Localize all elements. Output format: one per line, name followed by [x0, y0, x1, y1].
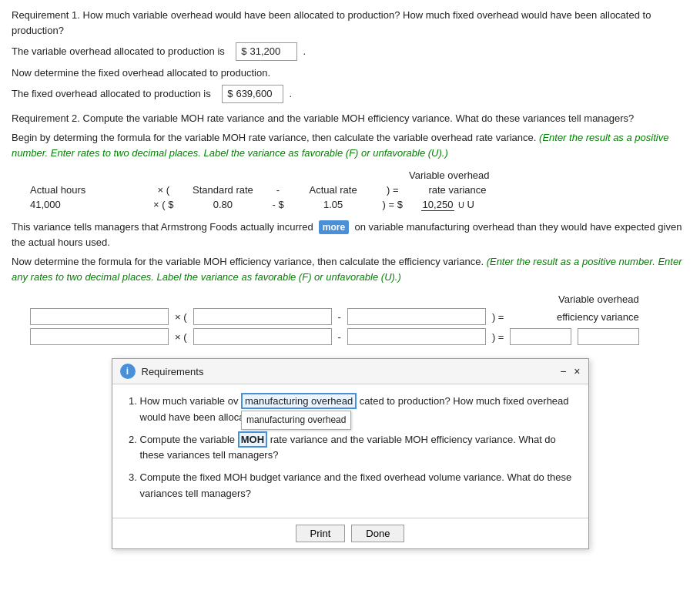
more-badge: more	[319, 220, 349, 234]
rate-variance-header: Variable overhead	[406, 168, 490, 183]
modal-controls[interactable]: − ×	[560, 365, 580, 377]
minimize-button[interactable]: −	[560, 365, 566, 377]
actual-rate-value: 1.05	[287, 197, 380, 212]
moh-highlight: MOH	[238, 431, 267, 448]
close-button[interactable]: ×	[574, 365, 580, 377]
close-eq1: ) =	[380, 183, 406, 197]
fixed-value-box: $ 639,600	[222, 85, 283, 103]
modal-header-left: i Requirements	[120, 364, 204, 379]
standard-rate-value: 0.80	[176, 197, 269, 212]
eff-input-4[interactable]	[30, 328, 169, 345]
modal-title: Requirements	[142, 366, 204, 377]
variance-tell-managers: This variance tells managers that Armstr…	[12, 220, 688, 250]
manufacturing-overhead-highlight: manufacturing overhead	[241, 393, 357, 409]
fixed-overhead-line2: The fixed overhead allocated to producti…	[12, 85, 688, 103]
efficiency-text: Now determine the formula for the variab…	[12, 254, 688, 284]
standard-rate-label: Standard rate	[176, 183, 269, 197]
req-item-1: How much variable ov manufacturing overh…	[140, 394, 576, 426]
modal-footer: Print Done	[112, 518, 588, 548]
requirements-modal: i Requirements − × How much variable ov …	[112, 358, 589, 549]
variable-value-box: $ 31,200	[236, 42, 297, 61]
efficiency-label: efficiency variance	[507, 307, 641, 327]
efficiency-header: Variable overhead	[507, 292, 641, 307]
req2-title: Requirement 2. Compute the variable MOH …	[12, 111, 688, 126]
req1-title: Requirement 1. How much variable overhea…	[12, 8, 688, 38]
modal-overlay: i Requirements − × How much variable ov …	[12, 358, 688, 549]
eff-input-5[interactable]	[193, 328, 332, 345]
eff-input-1[interactable]	[30, 308, 169, 325]
fixed-overhead-line1: Now determine the fixed overhead allocat…	[12, 65, 688, 81]
minus1: -	[269, 183, 286, 197]
rate-variance-result: 10,250 U U	[406, 197, 490, 212]
close-eq2: ) = $	[380, 197, 406, 212]
rate-variance-table: Variable overhead Actual hours × ( Stand…	[27, 168, 490, 212]
print-button[interactable]: Print	[296, 525, 346, 542]
minus2: - $	[269, 197, 286, 212]
eff-input-6[interactable]	[347, 328, 486, 345]
rate-variance-label: rate variance	[406, 183, 490, 197]
requirements-list: How much variable ov manufacturing overh…	[125, 394, 576, 502]
actual-hours-value: 41,000	[27, 197, 150, 212]
eff-input-2[interactable]	[193, 308, 332, 325]
tooltip-manufacturing: manufacturing overhead	[241, 411, 351, 430]
modal-body: How much variable ov manufacturing overh…	[112, 384, 588, 518]
times-open-paren1: × (	[150, 183, 176, 197]
req-item-2: Compute the variable MOH rate variance a…	[140, 432, 576, 465]
efficiency-variance-table: Variable overhead × ( - ) = efficiency v…	[27, 292, 642, 347]
info-icon: i	[120, 364, 136, 379]
actual-hours-label: Actual hours	[27, 183, 150, 197]
eff-input-3[interactable]	[347, 308, 486, 325]
req-item-3: Compute the fixed MOH budget variance an…	[140, 470, 576, 502]
times-open-paren2: × ( $	[150, 197, 176, 212]
eff-result-type[interactable]	[578, 328, 639, 345]
req2-begin-text: Begin by determing the formula for the v…	[12, 130, 688, 160]
actual-rate-label: Actual rate	[287, 183, 380, 197]
done-button[interactable]: Done	[351, 525, 404, 542]
modal-header: i Requirements − ×	[112, 359, 588, 384]
eff-result-value[interactable]	[510, 328, 571, 345]
variable-overhead-line: The variable overhead allocated to produ…	[12, 42, 688, 61]
variance-type-u: U	[458, 200, 464, 210]
